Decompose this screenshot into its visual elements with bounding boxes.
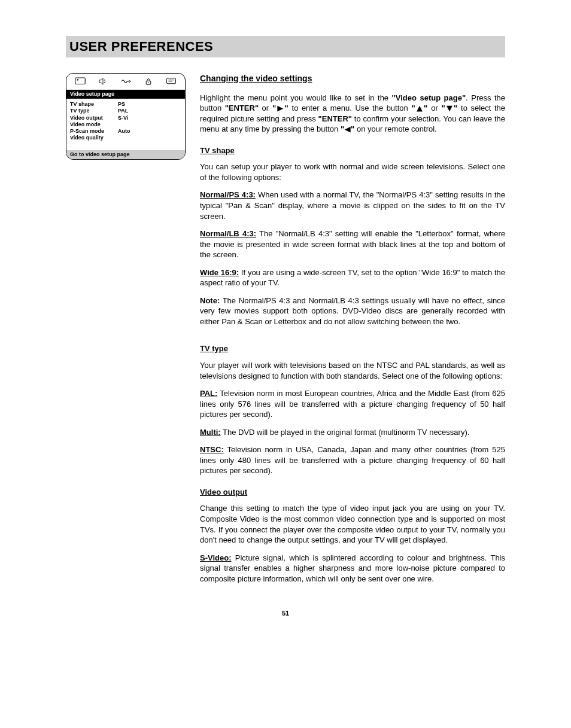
osd-icon-row [66,74,185,90]
down-arrow-icon: "▼" [441,103,457,112]
sub-heading: Video output [200,487,505,498]
text-bold: "ENTER" [225,103,259,112]
sub-heading: TV type [200,343,505,354]
paragraph: Normal/PS 4:3: When used with a normal T… [200,190,505,221]
svg-rect-4 [167,78,176,83]
osd-label: P-Scan mode [70,128,118,135]
text: The Normal/PS 4:3 and Normal/LB 4:3 sett… [200,296,505,326]
page-title-bar: USER PREFERENCES [66,36,505,57]
up-arrow-icon: "▲" [411,103,427,112]
osd-row: P-Scan modeAuto [70,128,181,135]
label: Wide 16:9: [200,268,239,277]
osd-label: Video output [70,115,118,121]
speaker-icon [98,77,108,87]
text: If you are using a wide-screen TV, set t… [200,268,505,288]
screen-icon [75,77,86,87]
paragraph: Wide 16:9: If you are using a wide-scree… [200,267,505,288]
right-arrow-icon: "▶" [272,103,288,112]
chat-icon [166,77,177,87]
svg-rect-1 [77,79,78,80]
osd-label: Video mode [70,121,118,128]
wave-icon [120,77,131,87]
osd-value: S-Vi [118,115,128,121]
osd-label: TV shape [70,101,118,108]
paragraph: Your player will work with televisions b… [200,360,505,381]
osd-row: Video mode [70,121,181,128]
label: Note: [200,296,220,305]
label: Multi: [200,428,221,437]
lock-icon [143,77,154,87]
osd-panel: Video setup page TV shapePS TV typePAL V… [66,73,186,160]
label: NTSC: [200,445,224,454]
content: Changing the video settings Highlight th… [200,73,505,592]
paragraph: Change this setting to match the type of… [200,503,505,545]
osd-heading: Video setup page [66,90,185,99]
osd-label: TV type [70,108,118,114]
osd-value: PAL [118,108,128,114]
text: Highlight the menu point you would like … [200,93,392,102]
osd-row: Video quality [70,135,181,141]
paragraph: NTSC: Television norm in USA, Canada, Ja… [200,444,505,476]
text: Television norm in USA, Canada, Japan an… [200,445,505,475]
osd-value: Auto [118,128,130,135]
osd-value: PS [118,101,125,108]
paragraph: Multi: The DVD will be played in the ori… [200,427,505,438]
osd-row: TV typePAL [70,108,181,114]
text: on your remote control. [354,124,436,133]
svg-rect-0 [75,78,86,84]
text: to enter a menu. Use the button [288,103,411,112]
osd-footer: Go to video setup page [66,150,185,159]
label: Normal/LB 4:3: [200,229,256,238]
left-arrow-icon: "◀" [341,124,355,133]
paragraph: You can setup your player to work with n… [200,162,505,182]
sub-heading: TV shape [200,145,505,156]
svg-point-3 [148,82,149,83]
paragraph: Note: The Normal/PS 4:3 and Normal/LB 4:… [200,296,505,327]
label: Normal/PS 4:3: [200,190,256,199]
text-bold: "ENTER" [318,114,352,123]
text: Television norm in most European countri… [200,389,505,419]
section-heading: Changing the video settings [200,73,505,84]
paragraph: Normal/LB 4:3: The "Normal/LB 4:3" setti… [200,229,505,260]
paragraph: PAL: Television norm in most European co… [200,388,505,420]
text: The DVD will be played in the original f… [221,428,470,437]
page-number: 51 [66,609,505,618]
intro-paragraph: Highlight the menu point you would like … [200,93,505,135]
osd-row: Video outputS-Vi [70,115,181,121]
page-title: USER PREFERENCES [69,39,213,54]
paragraph: S-Video: Picture signal, which is splint… [200,553,505,584]
osd-row: TV shapePS [70,101,181,108]
label: S-Video: [200,553,232,562]
text: Picture signal, which is splintered acco… [200,553,505,583]
text: or [259,103,272,112]
label: PAL: [200,389,217,398]
osd-label: Video quality [70,135,118,141]
text-bold: "Video setup page" [392,93,466,102]
text: or [428,103,442,112]
